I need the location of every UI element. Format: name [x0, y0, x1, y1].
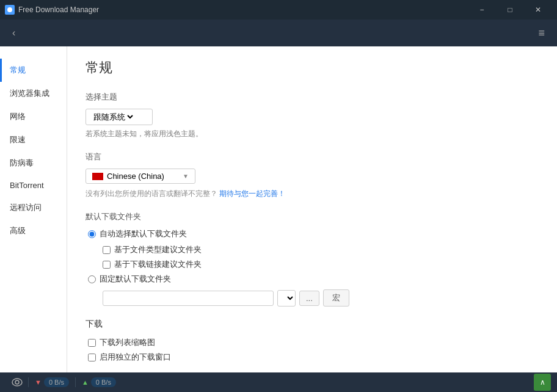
window-controls: − □ ✕ — [468, 0, 552, 20]
language-select-wrapper[interactable]: Chinese (China) ▼ — [86, 169, 195, 184]
translation-link[interactable]: 期待与您一起完善！ — [219, 189, 285, 198]
link-type-label: 基于下载链接建议文件夹 — [114, 259, 202, 270]
sidebar-item-speed[interactable]: 限速 — [0, 128, 67, 151]
language-name: Chinese (China) — [107, 172, 164, 181]
svg-point-2 — [15, 380, 19, 384]
auto-select-label: 自动选择默认下载文件夹 — [100, 228, 187, 239]
file-type-checkbox[interactable] — [103, 246, 111, 254]
theme-label: 选择主题 — [86, 92, 539, 103]
file-type-checkbox-item: 基于文件类型建议文件夹 — [103, 244, 539, 255]
folder-path-input[interactable] — [103, 291, 274, 306]
lang-dropdown-arrow: ▼ — [183, 173, 189, 180]
sidebar-item-network[interactable]: 网络 — [0, 105, 67, 128]
expand-button[interactable]: ∧ — [534, 374, 551, 391]
link-type-checkbox[interactable] — [103, 261, 111, 269]
theme-hint: 若系统主题未知，将应用浅色主题。 — [86, 129, 539, 139]
app-icon — [5, 5, 15, 15]
flag-icon — [92, 173, 103, 180]
downloads-header: 下载 — [86, 319, 539, 330]
macro-button[interactable]: 宏 — [323, 289, 349, 307]
status-bar: ▼ 0 B/s ▲ 0 B/s ∧ — [0, 372, 557, 392]
sidebar-item-remote[interactable]: 远程访问 — [0, 196, 67, 219]
upload-speed-display: ▲ 0 B/s — [75, 377, 122, 387]
file-type-label: 基于文件类型建议文件夹 — [114, 244, 202, 255]
theme-section: 选择主题 跟随系统 浅色 深色 若系统主题未知，将应用浅色主题。 — [86, 92, 539, 139]
independent-window-checkbox[interactable] — [88, 354, 96, 361]
download-speed: 0 B/s — [44, 377, 69, 387]
eye-icon-button[interactable] — [6, 372, 28, 392]
download-folder-label: 默认下载文件夹 — [86, 211, 539, 222]
sidebar: 常规 浏览器集成 网络 限速 防病毒 BitTorrent 远程访问 高级 — [0, 46, 67, 372]
independent-window-label: 启用独立的下载窗口 — [100, 352, 171, 363]
app-title: Free Download Manager — [18, 5, 99, 14]
folder-input-row: ... 宏 — [103, 289, 539, 307]
nav-bar: ‹ ≡ — [0, 20, 557, 46]
back-button[interactable]: ‹ — [7, 25, 20, 41]
page-title: 常规 — [86, 59, 539, 77]
browse-button[interactable]: ... — [299, 291, 319, 306]
sidebar-item-browser[interactable]: 浏览器集成 — [0, 82, 67, 105]
title-bar-left: Free Download Manager — [5, 5, 99, 15]
download-folder-section: 默认下载文件夹 自动选择默认下载文件夹 基于文件类型建议文件夹 基于下载链接建议… — [86, 211, 539, 307]
theme-select-wrapper[interactable]: 跟随系统 浅色 深色 — [86, 109, 153, 125]
theme-select[interactable]: 跟随系统 浅色 深色 — [91, 112, 135, 122]
down-arrow-icon: ▼ — [35, 379, 42, 386]
download-folder-options: 自动选择默认下载文件夹 基于文件类型建议文件夹 基于下载链接建议文件夹 固定默认… — [88, 228, 539, 307]
upload-speed: 0 B/s — [91, 377, 116, 387]
auto-select-radio-item: 自动选择默认下载文件夹 — [88, 228, 539, 239]
downloads-section: 下载 下载列表缩略图 启用独立的下载窗口 — [86, 319, 539, 363]
thumbnail-checkbox-item: 下载列表缩略图 — [88, 337, 539, 348]
language-section: 语言 Chinese (China) ▼ 没有列出您所使用的语言或翻译不完整？ … — [86, 151, 539, 199]
svg-point-0 — [7, 7, 12, 12]
download-speed-display: ▼ 0 B/s — [28, 377, 75, 387]
auto-select-radio[interactable] — [88, 230, 96, 238]
content-panel: 常规 选择主题 跟随系统 浅色 深色 若系统主题未知，将应用浅色主题。 语言 C… — [67, 46, 557, 372]
title-bar: Free Download Manager − □ ✕ — [0, 0, 557, 20]
maximize-button[interactable]: □ — [496, 0, 524, 20]
fixed-folder-radio-item: 固定默认下载文件夹 — [88, 274, 539, 285]
fixed-folder-radio[interactable] — [88, 275, 96, 283]
folder-dropdown[interactable] — [277, 290, 296, 307]
svg-point-1 — [12, 379, 22, 386]
sidebar-item-general[interactable]: 常规 — [0, 59, 67, 82]
menu-button[interactable]: ≡ — [533, 24, 550, 42]
independent-window-checkbox-item: 启用独立的下载窗口 — [88, 352, 539, 363]
up-arrow-icon: ▲ — [82, 379, 89, 386]
sidebar-item-bittorrent[interactable]: BitTorrent — [0, 175, 67, 196]
sidebar-item-advanced[interactable]: 高级 — [0, 219, 67, 242]
thumbnail-checkbox[interactable] — [88, 339, 96, 347]
fixed-folder-label: 固定默认下载文件夹 — [100, 274, 171, 285]
thumbnail-label: 下载列表缩略图 — [100, 337, 155, 348]
main-content: 常规 浏览器集成 网络 限速 防病毒 BitTorrent 远程访问 高级 常规… — [0, 46, 557, 372]
link-type-checkbox-item: 基于下载链接建议文件夹 — [103, 259, 539, 270]
language-label: 语言 — [86, 151, 539, 162]
minimize-button[interactable]: − — [468, 0, 496, 20]
sidebar-item-antivirus[interactable]: 防病毒 — [0, 151, 67, 175]
close-button[interactable]: ✕ — [524, 0, 552, 20]
language-missing-text: 没有列出您所使用的语言或翻译不完整？ 期待与您一起完善！ — [86, 189, 539, 199]
